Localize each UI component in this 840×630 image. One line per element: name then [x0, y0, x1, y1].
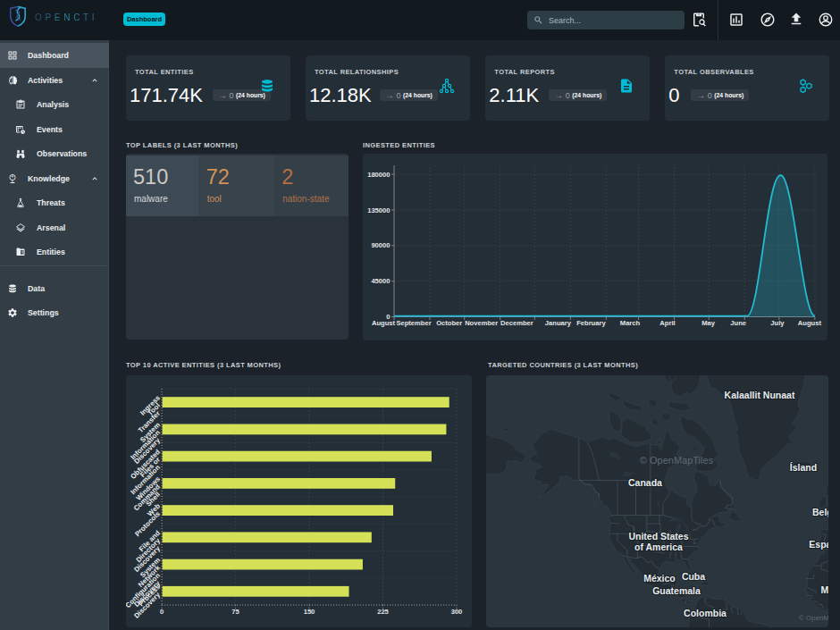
svg-text:August: August	[372, 319, 396, 327]
svg-text:© OpenM: © OpenM	[799, 614, 828, 622]
svg-text:90000: 90000	[371, 241, 390, 249]
svg-text:Maroc: Maroc	[821, 584, 828, 595]
svg-text:United States: United States	[628, 531, 688, 542]
svg-text:Colombia: Colombia	[684, 608, 727, 618]
svg-text:Kalaallit Nunaat: Kalaallit Nunaat	[725, 390, 795, 400]
svg-text:July: July	[770, 319, 785, 327]
svg-text:September: September	[396, 319, 431, 327]
svg-text:April: April	[659, 319, 675, 327]
svg-text:150: 150	[303, 608, 315, 616]
svg-text:0: 0	[159, 608, 163, 616]
svg-text:March: March	[620, 319, 641, 327]
svg-text:Canada: Canada	[628, 477, 662, 488]
svg-text:Guatemala: Guatemala	[652, 585, 701, 596]
svg-text:45000: 45000	[371, 277, 390, 285]
svg-text:August: August	[798, 319, 822, 327]
svg-text:300: 300	[450, 608, 462, 616]
svg-text:June: June	[730, 319, 746, 327]
svg-text:May: May	[701, 319, 716, 327]
svg-text:January: January	[545, 319, 572, 327]
svg-text:November: November	[465, 319, 498, 327]
svg-text:Cuba: Cuba	[682, 571, 705, 582]
svg-text:180000: 180000	[367, 171, 390, 179]
svg-text:December: December	[500, 319, 533, 327]
svg-text:135000: 135000	[367, 206, 390, 214]
svg-text:February: February	[576, 319, 606, 327]
svg-text:75: 75	[231, 608, 239, 616]
svg-text:of America: of America	[634, 542, 683, 552]
svg-text:October: October	[436, 319, 462, 327]
svg-text:Belgiq: Belgiq	[812, 507, 828, 517]
svg-text:México: México	[643, 573, 676, 584]
svg-text:Ísland: Ísland	[790, 462, 817, 473]
svg-text:© OpenMapTiles: © OpenMapTiles	[640, 455, 714, 466]
svg-text:225: 225	[377, 608, 389, 616]
svg-text:España: España	[809, 539, 827, 550]
